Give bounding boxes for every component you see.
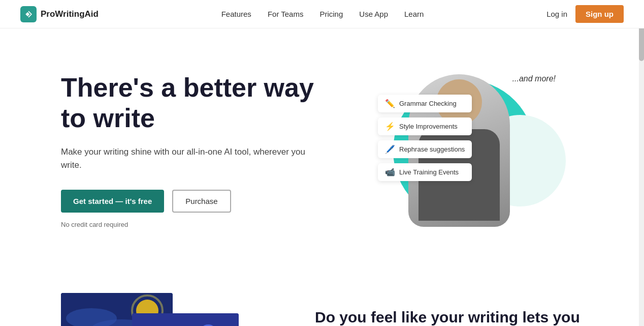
more-text: ...and more! [512,74,556,83]
chip-rephrase-label: Rephrase suggestions [399,145,465,153]
hero-buttons: Get started — it's free Purchase [61,190,325,213]
hero-section: There's a better way to write Make your … [0,28,644,262]
hero-right: ...and more! ✏️ Grammar Checking ⚡ Style… [325,59,624,242]
rephrase-icon: 🖊️ [385,144,395,154]
training-icon: 📹 [385,167,395,177]
nav-pricing[interactable]: Pricing [319,10,343,18]
chip-rephrase: 🖊️ Rephrase suggestions [378,140,472,158]
chip-style-label: Style Improvements [399,123,458,130]
section2-title: Do you feel like your writing lets you d… [315,307,624,327]
chip-grammar: ✏️ Grammar Checking [378,95,472,112]
svg-rect-10 [132,313,239,326]
scrollbar[interactable] [639,0,644,326]
logo-icon [20,6,37,22]
chip-training-label: Live Training Events [399,168,459,176]
section2-illustration: My idea in my head [61,293,274,326]
hero-left: There's a better way to write Make your … [61,73,325,229]
login-button[interactable]: Log in [546,10,567,18]
painting-front [132,313,239,326]
purchase-button[interactable]: Purchase [172,190,231,213]
brand-name: ProWritingAid [41,9,99,19]
nav-for-teams[interactable]: For Teams [268,10,304,18]
chip-grammar-label: Grammar Checking [399,100,457,107]
hero-subtitle: Make your writing shine with our all-in-… [61,145,325,171]
style-icon: ⚡ [385,122,395,131]
nav-learn[interactable]: Learn [404,10,424,18]
section2: My idea in my head Do you feel like your… [0,262,644,326]
nav-links: Features For Teams Pricing Use App Learn [221,10,424,19]
grammar-icon: ✏️ [385,99,395,108]
hero-title: There's a better way to write [61,73,325,134]
nav-use-app[interactable]: Use App [359,10,388,18]
signup-button[interactable]: Sign up [575,5,624,23]
no-credit-card-label: No credit card required [61,221,325,228]
chip-style: ⚡ Style Improvements [378,117,472,135]
get-started-button[interactable]: Get started — it's free [61,190,164,213]
brand[interactable]: ProWritingAid [20,6,99,22]
hero-illustration: ...and more! ✏️ Grammar Checking ⚡ Style… [378,64,571,237]
section2-right: Do you feel like your writing lets you d… [315,307,624,327]
nav-features[interactable]: Features [221,10,251,18]
chip-training: 📹 Live Training Events [378,163,472,181]
feature-chips: ✏️ Grammar Checking ⚡ Style Improvements… [378,95,472,181]
nav-actions: Log in Sign up [546,5,624,23]
painting-stack: My idea in my head [61,293,249,326]
navbar: ProWritingAid Features For Teams Pricing… [0,0,644,28]
